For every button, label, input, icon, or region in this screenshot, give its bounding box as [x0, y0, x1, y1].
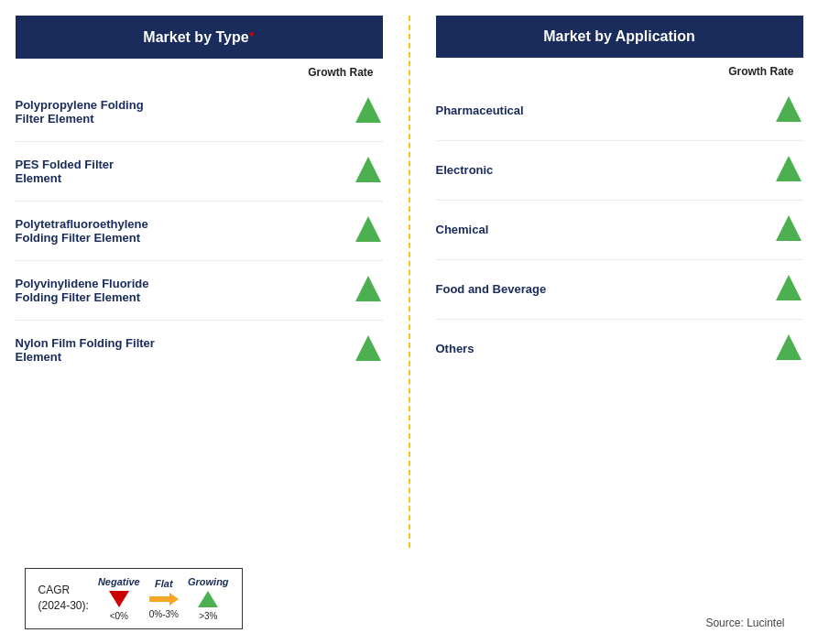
- left-panel-header: Market by Type●: [16, 16, 383, 59]
- svg-marker-4: [355, 335, 381, 361]
- negative-value: <0%: [110, 611, 128, 621]
- svg-marker-12: [198, 591, 218, 607]
- svg-marker-1: [355, 157, 381, 182]
- svg-marker-2: [355, 216, 381, 242]
- item-label: Nylon Film Folding FilterElement: [16, 336, 354, 364]
- list-item: Food and Beverage: [436, 260, 803, 320]
- flat-arrow-icon: [149, 591, 179, 609]
- right-panel: Market by Application Growth Rate Pharma…: [418, 16, 803, 548]
- up-arrow-icon: [774, 273, 803, 306]
- main-container: Market by Type● Growth Rate Polypropylen…: [16, 16, 803, 629]
- down-arrow-icon: [109, 589, 129, 611]
- up-arrow-icon: [354, 155, 383, 188]
- growing-value: >3%: [199, 611, 217, 621]
- list-item: Pharmaceutical: [436, 82, 803, 141]
- list-item: Chemical: [436, 201, 803, 260]
- flat-label: Flat: [155, 578, 173, 589]
- item-label: PES Folded FilterElement: [16, 158, 354, 185]
- right-growth-rate-label: Growth Rate: [436, 65, 803, 78]
- legend-growing: Growing >3%: [188, 576, 229, 621]
- item-label: Chemical: [436, 223, 774, 236]
- list-item: Polypropylene FoldingFilter Element: [16, 82, 383, 142]
- right-panel-header: Market by Application: [436, 16, 803, 58]
- svg-marker-0: [355, 97, 381, 123]
- panels-row: Market by Type● Growth Rate Polypropylen…: [16, 16, 803, 548]
- list-item: Others: [436, 320, 803, 378]
- up-arrow-icon: [774, 94, 803, 127]
- up-arrow-icon: [354, 274, 383, 307]
- svg-marker-7: [776, 215, 802, 241]
- list-item: Polyvinylidene FluorideFolding Filter El…: [16, 261, 383, 321]
- item-label: PolytetrafluoroethyleneFolding Filter El…: [16, 217, 354, 245]
- legend-negative: Negative <0%: [98, 576, 140, 621]
- left-panel-title: Market by Type: [143, 29, 248, 45]
- red-dot: ●: [249, 28, 255, 38]
- growing-label: Growing: [188, 576, 229, 587]
- up-arrow-icon: [774, 154, 803, 187]
- left-panel: Market by Type● Growth Rate Polypropylen…: [16, 16, 401, 548]
- svg-marker-8: [776, 275, 802, 300]
- item-label: Pharmaceutical: [436, 104, 774, 117]
- up-arrow-icon: [774, 213, 803, 246]
- up-arrow-icon: [198, 589, 218, 611]
- legend-flat: Flat 0%-3%: [149, 578, 179, 619]
- right-panel-title: Market by Application: [543, 28, 695, 44]
- svg-marker-9: [776, 334, 802, 360]
- item-label: Polypropylene FoldingFilter Element: [16, 98, 354, 126]
- up-arrow-icon: [354, 95, 383, 128]
- list-item: PolytetrafluoroethyleneFolding Filter El…: [16, 202, 383, 261]
- svg-marker-5: [776, 96, 802, 122]
- svg-marker-11: [149, 593, 179, 606]
- legend-box: CAGR (2024-30): Negative <0% Flat 0%-3%: [25, 568, 243, 629]
- source-text: Source: Lucintel: [705, 617, 802, 629]
- cagr-label: CAGR (2024-30):: [38, 583, 89, 614]
- item-label: Electronic: [436, 163, 774, 177]
- flat-value: 0%-3%: [149, 609, 179, 619]
- svg-marker-6: [776, 156, 802, 181]
- negative-label: Negative: [98, 576, 140, 587]
- list-item: Electronic: [436, 141, 803, 201]
- list-item: Nylon Film Folding FilterElement: [16, 321, 383, 379]
- svg-marker-10: [109, 591, 129, 607]
- up-arrow-icon: [354, 214, 383, 247]
- footer-row: CAGR (2024-30): Negative <0% Flat 0%-3%: [16, 551, 803, 629]
- item-label: Food and Beverage: [436, 282, 774, 296]
- up-arrow-icon: [354, 333, 383, 366]
- item-label: Others: [436, 342, 774, 355]
- left-growth-rate-label: Growth Rate: [16, 66, 383, 79]
- up-arrow-icon: [774, 333, 803, 366]
- svg-marker-3: [355, 276, 381, 301]
- list-item: PES Folded FilterElement: [16, 142, 383, 202]
- item-label: Polyvinylidene FluorideFolding Filter El…: [16, 277, 354, 304]
